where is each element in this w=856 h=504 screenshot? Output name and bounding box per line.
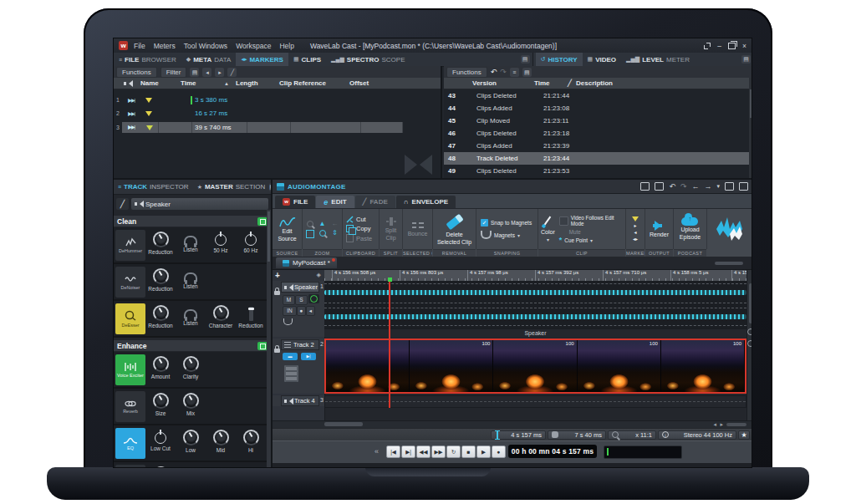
doc-tab-mypodcast[interactable]: MyPodcast * xyxy=(276,257,337,268)
mute-button[interactable]: M xyxy=(283,295,295,305)
cursor-position[interactable]: 4 s 157 ms xyxy=(491,430,546,440)
playhead-cursor[interactable] xyxy=(389,281,390,408)
nav-back-icon[interactable]: ← xyxy=(691,182,699,191)
tab-metadata[interactable]: ◆METADATA xyxy=(181,53,237,66)
tab-master-section[interactable]: ★ MASTERSECTION xyxy=(193,180,270,194)
inspector-scrollbar[interactable] xyxy=(267,210,271,468)
marker-goto-next-icon[interactable]: ▸ xyxy=(215,68,224,77)
go-to-end-button[interactable]: ▶| xyxy=(401,445,415,458)
low-control[interactable]: Low xyxy=(176,428,206,453)
power-icon[interactable] xyxy=(155,432,166,444)
history-row[interactable]: 43Clips Deleted21:21:44 xyxy=(444,89,752,102)
record-ready-icon[interactable]: ● xyxy=(297,306,306,316)
col-clip-reference[interactable]: Clip Reference xyxy=(279,79,349,87)
menu-meters[interactable]: Meters xyxy=(154,42,176,50)
add-track-button[interactable]: + xyxy=(275,271,280,280)
favorites-button[interactable]: ★ xyxy=(738,430,750,440)
mid-control[interactable]: Mid xyxy=(206,428,236,453)
scroll-right-icon[interactable]: ▸ xyxy=(720,421,723,428)
transport-time-display[interactable]: 00 h 00 mn 04 s 157 ms xyxy=(508,445,597,458)
marker-prev-icon[interactable]: ◂ xyxy=(634,230,636,235)
video-follows-checkbox[interactable]: Video Follows Edit Mode xyxy=(559,215,625,227)
history-list-icon[interactable]: ≡ xyxy=(510,68,519,77)
track2-name[interactable]: Track 2 xyxy=(281,339,319,350)
marker-goto-prev-icon[interactable]: ◂ xyxy=(202,68,211,77)
marker-dropdown-icon[interactable] xyxy=(145,111,152,116)
options-caret-icon[interactable]: ▾ xyxy=(716,183,720,190)
undo-icon[interactable]: ↶ xyxy=(491,68,497,76)
tab-edit[interactable]: eEDIT xyxy=(316,196,354,208)
envelope-bucket-icon[interactable] xyxy=(283,318,293,325)
checkbox-checked-icon[interactable]: ✓ xyxy=(481,219,488,227)
marker-dropdown-icon[interactable] xyxy=(146,125,153,130)
headphones-icon[interactable] xyxy=(184,236,197,245)
zoom-flag-icon[interactable]: ▲ xyxy=(319,221,326,227)
headphones-icon[interactable] xyxy=(184,272,197,282)
col-time[interactable]: Time xyxy=(181,79,224,87)
doc-mini-scrollbar[interactable] xyxy=(715,262,743,265)
section-enhance[interactable]: Enhance xyxy=(114,339,271,352)
upload-episode-button[interactable]: ↑ UploadEpisode xyxy=(680,217,701,241)
go-to-start-button[interactable]: |◀ xyxy=(386,445,400,458)
col-offset[interactable]: Offset xyxy=(349,79,391,87)
50hz-control[interactable]: 50 Hz xyxy=(206,230,236,253)
pen-tool-icon[interactable]: ╱ xyxy=(116,198,129,210)
selection-range[interactable]: 7 s 40 ms xyxy=(548,430,606,440)
minimize-button[interactable]: – xyxy=(717,42,721,50)
new-montage-icon[interactable] xyxy=(640,182,650,191)
low-knob[interactable] xyxy=(183,430,199,445)
reverb-button[interactable]: Reverb xyxy=(115,391,145,422)
magnets-dropdown[interactable]: Magnets▾ xyxy=(481,231,520,239)
horizontal-scrollbar[interactable]: ◂ ▸ xyxy=(273,420,752,428)
optimize-knob[interactable] xyxy=(153,466,169,468)
history-row[interactable]: 47Clips Added21:23:39 xyxy=(444,140,752,152)
marker-row-selected[interactable]: 3 |▶▶| 39 s 740 ms xyxy=(114,121,441,134)
hi-control[interactable]: Hi xyxy=(236,428,266,453)
nav-forward-icon[interactable]: → xyxy=(704,182,711,191)
zoom-mini-slider[interactable] xyxy=(726,423,746,426)
amount-knob[interactable] xyxy=(153,356,169,372)
sort-asc-icon[interactable]: ▲ xyxy=(224,81,236,86)
deesser-button[interactable]: DeEsser xyxy=(115,303,145,334)
size-control[interactable]: Size xyxy=(145,391,176,416)
mix-control[interactable]: Mix xyxy=(176,391,206,416)
video-clip[interactable]: 100 100 100 100 xyxy=(324,339,746,394)
open-folder-icon[interactable] xyxy=(655,182,664,191)
markers-functions-button[interactable]: Functions xyxy=(116,67,157,78)
60hz-control[interactable]: 60 Hz xyxy=(236,230,266,253)
section-clean[interactable]: Clean xyxy=(114,215,271,227)
solo-button[interactable]: S xyxy=(295,295,308,305)
tab-spectroscope[interactable]: ▂▄▆SPECTROSCOPE xyxy=(326,53,410,66)
tab-filebrowser[interactable]: ≡FILEBROWSER xyxy=(114,53,181,66)
left-panel-menu-icon[interactable]: ▤ xyxy=(521,55,530,64)
video-display-button[interactable]: ▬ xyxy=(283,353,298,360)
dock-panel-icon[interactable] xyxy=(739,182,748,191)
reduction-slider[interactable] xyxy=(249,307,253,321)
render-button[interactable]: Render xyxy=(650,221,669,238)
character-control[interactable]: Character xyxy=(206,303,236,328)
history-row[interactable]: 44Clips Added21:23:08 xyxy=(444,102,752,115)
copy-button[interactable]: Copy xyxy=(346,225,371,232)
listen-control[interactable]: Listen xyxy=(176,303,206,326)
tab-levelmeter[interactable]: ▂▅▇LEVELMETER xyxy=(621,53,695,66)
vertical-scrollbar[interactable] xyxy=(749,283,752,323)
reduction-slider-control[interactable]: Reduction xyxy=(236,303,266,328)
marker-rename-icon[interactable]: ╱ xyxy=(227,68,237,77)
marker-dropdown-icon[interactable] xyxy=(145,98,152,103)
lock-icon[interactable] xyxy=(274,349,280,353)
menu-workspace[interactable]: Workspace xyxy=(236,42,271,50)
track4-name[interactable]: Track 4 xyxy=(281,395,319,406)
size-knob[interactable] xyxy=(153,393,169,409)
col-length[interactable]: Length xyxy=(236,79,279,87)
hi-knob[interactable] xyxy=(243,430,259,445)
marker-row[interactable]: 1 |▶▶| 3 s 380 ms xyxy=(114,94,441,106)
track1-name[interactable]: Speaker xyxy=(281,282,319,293)
tab-envelope[interactable]: ∩ENVELOPE xyxy=(396,196,456,208)
marker-row[interactable]: 2 |▶▶| 16 s 27 ms xyxy=(114,107,441,120)
optimize-control[interactable]: Optimize xyxy=(145,465,176,468)
reduction-control[interactable]: Reduction xyxy=(145,303,176,328)
power-icon[interactable] xyxy=(215,234,227,246)
record-button[interactable]: ● xyxy=(492,445,506,458)
mix-knob[interactable] xyxy=(183,393,199,409)
dehummer-button[interactable]: DeHummer xyxy=(115,230,145,261)
